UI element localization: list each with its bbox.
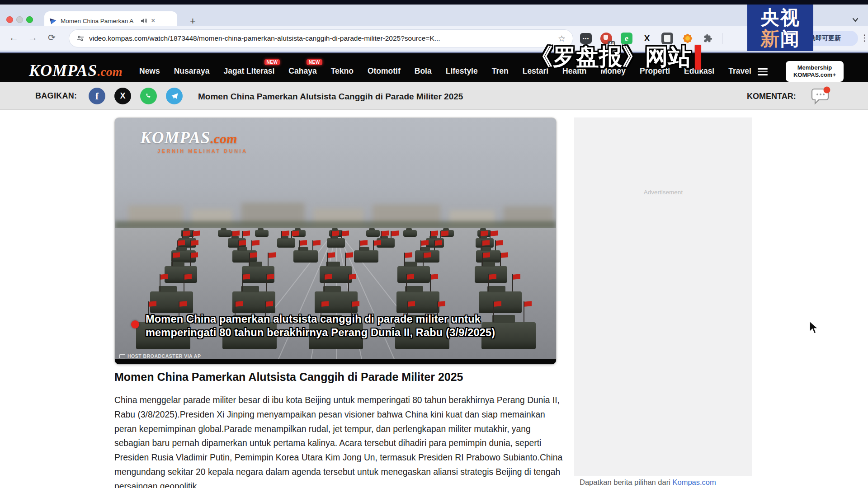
chinese-subtitle-text: 《罗盘报》网站 [530, 42, 691, 73]
macos-close-button[interactable] [6, 16, 13, 23]
cctv-logo-line2: 新闻 [760, 28, 800, 49]
nav-item-bola[interactable]: Bola [415, 66, 432, 76]
cctv-news-logo: 央视 新闻 [747, 5, 813, 51]
article-title: Momen China Pamerkan Alutsista Canggih d… [114, 371, 557, 384]
broadcaster-logo-icon [119, 354, 125, 358]
macos-minimize-button[interactable] [16, 16, 23, 23]
screen: Momen China Pamerkan A × + ← → ⟳ video.k… [0, 0, 868, 488]
video-player-bar[interactable] [115, 359, 556, 364]
macos-zoom-button[interactable] [26, 16, 33, 23]
comment-bubble-icon[interactable] [811, 86, 830, 105]
back-button[interactable]: ← [9, 32, 19, 43]
kompas-logo[interactable]: KOMPAS.com [29, 61, 123, 80]
caption-red-dot [131, 320, 139, 328]
tab-audio-icon[interactable] [140, 17, 147, 24]
video-watermark-tagline: JERNIH MELIHAT DUNIA [157, 148, 247, 154]
nav-item-news[interactable]: News [139, 66, 160, 76]
nav-item-otomotif[interactable]: Otomotif [368, 66, 401, 76]
membership-line2: KOMPAS.com+ [793, 71, 836, 79]
x-share-icon[interactable]: X [114, 88, 131, 104]
share-bar-title: Momen China Pamerkan Alutsista Canggih d… [198, 92, 463, 102]
sidebar-footer-text: Dapatkan berita pilihan dari [580, 478, 672, 486]
new-badge: NEW [307, 59, 322, 65]
toolbar-separator [722, 33, 722, 44]
nav-item-jagat-literasi[interactable]: Jagat LiterasiNEW [224, 66, 275, 76]
video-player[interactable]: KOMPAS.com JERNIH MELIHAT DUNIA Momen Ch… [114, 117, 557, 365]
whatsapp-share-icon[interactable] [140, 88, 157, 104]
facebook-share-icon[interactable]: f [89, 88, 105, 104]
video-watermark-main: KOMPAS [140, 128, 210, 147]
video-watermark-suffix: .com [210, 131, 237, 146]
kompas-logo-suffix: .com [97, 65, 122, 79]
tab-search-chevron-icon[interactable] [851, 15, 860, 24]
advertisement-label: Advertisement [574, 189, 752, 196]
membership-line1: Membership [797, 64, 832, 71]
cctv-logo-line1: 央视 [760, 7, 800, 28]
browser-tabstrip: Momen China Pamerkan A × + [0, 5, 868, 26]
tab-title: Momen China Pamerkan A [61, 18, 137, 24]
video-credit: HOST BROADCASTER VIA AP [119, 353, 201, 359]
mouse-cursor [809, 321, 819, 334]
browser-menu-icon[interactable]: ⋮ [860, 33, 868, 43]
chinese-subtitle-overlay: 《罗盘报》网站 [530, 42, 701, 73]
address-bar[interactable]: video.kompas.com/watch/1873448/momen-chi… [69, 29, 573, 47]
nav-item-travel[interactable]: Travel [728, 66, 751, 76]
nav-item-tren[interactable]: Tren [492, 66, 509, 76]
comments-label: KOMENTAR: [747, 92, 796, 101]
video-caption-line2: memperingati 80 tahun berakhirnya Perang… [146, 326, 495, 339]
share-icons: f X [89, 88, 183, 104]
membership-button[interactable]: Membership KOMPAS.com+ [786, 61, 844, 82]
new-badge: NEW [264, 59, 280, 65]
extensions-puzzle-icon[interactable] [702, 32, 714, 45]
share-bar: BAGIKAN: f X Momen China Pamerkan Alutsi… [0, 82, 868, 110]
nav-item-nusaraya[interactable]: Nusaraya [174, 66, 210, 76]
sidebar-footer-link[interactable]: Kompas.com [672, 478, 716, 486]
browser-toolbar: ← → ⟳ video.kompas.com/watch/1873448/mom… [0, 26, 868, 51]
share-label: BAGIKAN: [35, 91, 77, 101]
nav-item-tekno[interactable]: Tekno [331, 66, 354, 76]
tab-close-icon[interactable]: × [151, 17, 155, 24]
advertisement-slot: Advertisement [574, 117, 752, 476]
nav-item-lifestyle[interactable]: Lifestyle [446, 66, 478, 76]
video-caption-line1: Momen China pamerkan alutsista canggih d… [146, 312, 495, 326]
video-credit-text: HOST BROADCASTER VIA AP [127, 353, 201, 359]
kompas-navbar: KOMPAS.com NewsNusarayaJagat LiterasiNEW… [0, 51, 868, 82]
tab-favicon [49, 17, 57, 25]
article-body: China menggelar parade militer besar di … [114, 393, 565, 488]
url-text[interactable]: video.kompas.com/watch/1873448/momen-chi… [89, 34, 553, 42]
sidebar-footer: Dapatkan berita pilihan dari Kompas.com [580, 478, 716, 487]
video-caption: Momen China pamerkan alutsista canggih d… [146, 312, 495, 339]
video-watermark: KOMPAS.com JERNIH MELIHAT DUNIA [140, 128, 247, 154]
telegram-share-icon[interactable] [166, 88, 183, 104]
site-settings-tune-icon[interactable] [76, 34, 85, 42]
nav-item-cahaya[interactable]: CahayaNEW [288, 66, 316, 76]
subtitle-red-cursor [695, 45, 701, 70]
hamburger-menu-icon[interactable] [758, 68, 768, 77]
video-letterbox-strip [0, 0, 868, 5]
reload-button[interactable]: ⟳ [48, 32, 56, 43]
forward-button[interactable]: → [28, 32, 38, 43]
kompas-logo-main: KOMPAS [29, 61, 97, 80]
